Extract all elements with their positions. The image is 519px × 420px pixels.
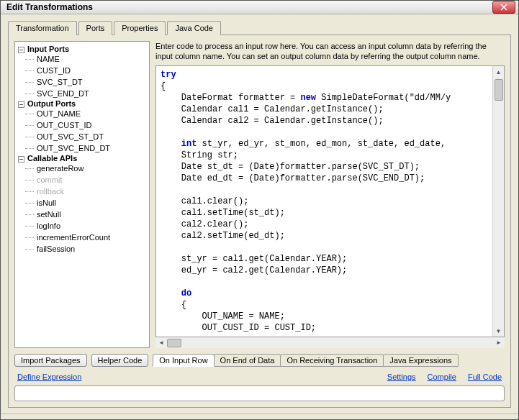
scroll-down-icon[interactable]: ▼ — [493, 325, 505, 337]
tree-item[interactable]: rollback — [17, 186, 148, 197]
tree-item[interactable]: NAME — [17, 53, 148, 65]
tree-item[interactable]: SVC_END_DT — [17, 88, 148, 99]
footer-buttons: OK Cancel Apply Help — [1, 414, 518, 420]
right-panel: Enter code to process an input row here.… — [155, 41, 505, 348]
edit-transformations-window: Edit Transformations Transformation Port… — [0, 0, 519, 420]
hint-text: Enter code to process an input row here.… — [155, 41, 505, 61]
tree-item[interactable]: OUT_SVC_END_DT — [17, 142, 148, 154]
tree-item[interactable]: OUT_NAME — [17, 108, 148, 119]
minus-icon[interactable]: − — [18, 101, 24, 108]
vertical-scrollbar[interactable]: ▲ ▼ — [492, 66, 504, 337]
import-packages-button[interactable]: Import Packages — [14, 354, 87, 367]
settings-link[interactable]: Settings — [387, 373, 416, 381]
tree-item[interactable]: OUT_CUST_ID — [17, 119, 148, 131]
tab-transformation[interactable]: Transformation — [8, 21, 77, 35]
minus-icon[interactable]: − — [18, 47, 24, 53]
tree-item[interactable]: logInfo — [17, 220, 148, 232]
titlebar: Edit Transformations — [1, 1, 518, 14]
code-editor[interactable]: try { DateFormat formatter = new SimpleD… — [156, 66, 492, 337]
main-tabs: Transformation Ports Properties Java Cod… — [8, 20, 511, 35]
scroll-right-icon[interactable]: ► — [493, 337, 505, 349]
full-code-link[interactable]: Full Code — [468, 373, 502, 381]
tree-item[interactable]: generateRow — [17, 163, 148, 174]
tree-item[interactable]: failSession — [17, 243, 148, 255]
tree-item[interactable]: incrementErrorCount — [17, 232, 148, 243]
minus-icon[interactable]: − — [18, 156, 24, 163]
tab-properties[interactable]: Properties — [114, 21, 166, 35]
tab-ports[interactable]: Ports — [78, 21, 113, 35]
tree-item[interactable]: isNull — [17, 197, 148, 209]
subtab-on-input-row[interactable]: On Input Row — [153, 354, 214, 367]
subtab-java-expressions[interactable]: Java Expressions — [383, 354, 458, 367]
subtab-on-end-of-data[interactable]: On End of Data — [214, 354, 281, 367]
subtab-on-receiving-transaction[interactable]: On Receiving Transaction — [280, 354, 384, 367]
tree-group-output-ports[interactable]: −Output Ports — [17, 99, 148, 108]
define-expression-link[interactable]: Define Expression — [17, 373, 81, 381]
tree-item[interactable]: OUT_SVC_ST_DT — [17, 131, 148, 142]
scroll-thumb[interactable] — [495, 79, 503, 101]
horizontal-scrollbar[interactable]: ◄ ► — [155, 337, 505, 348]
close-icon — [500, 4, 507, 11]
tree-item[interactable]: SVC_ST_DT — [17, 76, 148, 88]
ports-tree[interactable]: −Input Ports NAME CUST_ID SVC_ST_DT SVC_… — [14, 41, 150, 348]
helper-code-button[interactable]: Helper Code — [91, 354, 149, 367]
content-area: Transformation Ports Properties Java Cod… — [1, 14, 518, 414]
tree-item[interactable]: CUST_ID — [17, 65, 148, 76]
scroll-thumb[interactable] — [167, 339, 181, 347]
code-section-tabs: On Input Row On End of Data On Receiving… — [153, 354, 458, 367]
scroll-up-icon[interactable]: ▲ — [493, 66, 505, 78]
tree-group-callable-apis[interactable]: −Callable APIs — [17, 154, 148, 163]
title-text: Edit Transformations — [4, 2, 93, 12]
split-pane: −Input Ports NAME CUST_ID SVC_ST_DT SVC_… — [14, 41, 505, 348]
tree-item[interactable]: setNull — [17, 209, 148, 220]
compile-link[interactable]: Compile — [428, 373, 456, 381]
code-editor-wrap: try { DateFormat formatter = new SimpleD… — [155, 65, 505, 337]
tree-group-input-ports[interactable]: −Input Ports — [17, 45, 148, 53]
status-box — [14, 385, 505, 401]
tree-item[interactable]: commit — [17, 174, 148, 186]
tab-java-code[interactable]: Java Code — [167, 21, 221, 35]
close-button[interactable] — [492, 1, 515, 14]
links-row: Define Expression Settings Compile Full … — [14, 373, 505, 381]
tab-panel-java-code: −Input Ports NAME CUST_ID SVC_ST_DT SVC_… — [8, 35, 511, 408]
toolbar-row: Import Packages Helper Code On Input Row… — [14, 354, 505, 367]
scroll-left-icon[interactable]: ◄ — [155, 337, 167, 349]
